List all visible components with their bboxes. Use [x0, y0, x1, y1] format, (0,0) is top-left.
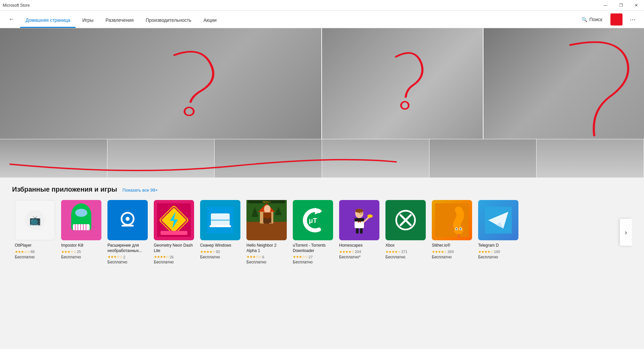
- avatar[interactable]: [610, 13, 623, 26]
- app-stars-xbox: ★★★★☆ 271: [385, 250, 426, 254]
- hero-panel-2[interactable]: [322, 28, 483, 139]
- app-card-raw[interactable]: Расширение для необработанных... ★★★☆☆ 2…: [105, 200, 151, 270]
- hero-bottom-panel-6[interactable]: [537, 139, 644, 178]
- app-card-utorrent[interactable]: μT uTorrent - Torrents Downloader ★★★☆☆ …: [290, 200, 336, 270]
- nav-games[interactable]: Игры: [77, 11, 99, 28]
- app-price-xbox: Бесплатно: [385, 255, 426, 259]
- app-price-utorrent: Бесплатно: [293, 260, 334, 264]
- svg-rect-37: [263, 218, 267, 223]
- hero-panel-3[interactable]: [483, 28, 644, 139]
- app-name-geometry: Geometry Neon Dash Lite: [154, 243, 195, 253]
- minimize-button[interactable]: —: [598, 0, 613, 11]
- svg-point-63: [454, 226, 463, 234]
- nav-productivity[interactable]: Производительность: [140, 11, 197, 28]
- hero-bottom-panel-2[interactable]: [107, 139, 215, 178]
- search-button[interactable]: 🔍 Поиск: [578, 15, 606, 24]
- nav-home[interactable]: Домашняя страница: [20, 11, 76, 28]
- back-button[interactable]: ←: [5, 13, 17, 26]
- app-price-raw: Бесплатно: [107, 260, 148, 264]
- search-icon: 🔍: [582, 17, 587, 22]
- svg-point-66: [456, 228, 457, 230]
- show-all-link[interactable]: Показать все 99+: [123, 188, 158, 193]
- close-button[interactable]: ✕: [629, 0, 644, 11]
- app-icon-raw: [107, 200, 148, 240]
- main-content: Избранные приложения и игры Показать все…: [0, 178, 644, 278]
- app-card-xbox[interactable]: Xbox ★★★★☆ 271 Бесплатно: [383, 200, 429, 270]
- hero-bottom-panel-5[interactable]: [429, 139, 537, 178]
- maximize-button[interactable]: ❐: [613, 0, 629, 11]
- hero-top: [0, 28, 644, 139]
- window-controls: — ❐ ✕: [598, 0, 644, 11]
- app-name-utorrent: uTorrent - Torrents Downloader: [293, 243, 334, 253]
- svg-point-67: [460, 228, 461, 230]
- app-stars-neighbor: ★★★☆☆ 6: [246, 255, 287, 259]
- app-stars-geometry: ★★★★☆ 26: [154, 255, 195, 259]
- app-icon-geometry: [154, 200, 194, 240]
- app-price-telegram: Бесплатно: [478, 255, 519, 259]
- apps-container: 📺 OttPlayer ★★★☆☆ 68 Бесплатно: [12, 200, 632, 270]
- nav-bar: ← Домашняя страница Игры Развлечения Про…: [0, 11, 644, 28]
- nav-deals[interactable]: Акции: [198, 11, 222, 28]
- svg-rect-23: [160, 231, 187, 235]
- app-card-slither[interactable]: Slither.io® ★★★★☆ 269 Бесплатно: [429, 200, 475, 270]
- nav-links: Домашняя страница Игры Развлечения Произ…: [20, 11, 578, 28]
- app-stars-homescapes: ★★★★☆ 204: [339, 250, 380, 254]
- svg-rect-55: [360, 228, 363, 234]
- app-stars-raw: ★★★☆☆ 2: [107, 255, 148, 259]
- app-price-impostor: Бесплатно: [61, 255, 102, 259]
- svg-point-8: [75, 209, 87, 217]
- app-stars-impostor: ★★★☆☆ 25: [61, 250, 102, 254]
- svg-point-0: [185, 107, 194, 115]
- svg-text:μT: μT: [309, 217, 317, 224]
- app-icon-telegram: [478, 200, 518, 240]
- nav-entertainment[interactable]: Развлечения: [100, 11, 139, 28]
- app-icon-utorrent: μT: [293, 200, 333, 240]
- app-stars-scanner: ★★★★☆ 92: [200, 250, 241, 254]
- hero-bottom: [0, 139, 644, 178]
- app-price-scanner: Бесплатно: [200, 255, 241, 259]
- app-price-geometry: Бесплатно: [154, 260, 195, 264]
- scroll-right-button[interactable]: ›: [620, 219, 632, 246]
- app-stars-slither: ★★★★☆ 269: [432, 250, 473, 254]
- app-card-homescapes[interactable]: Homescapes ★★★★☆ 204 Бесплатно*: [336, 200, 383, 270]
- app-stars-ottplayer: ★★★☆☆ 68: [15, 250, 56, 254]
- app-price-homescapes: Бесплатно*: [339, 255, 380, 259]
- app-stars-utorrent: ★★★☆☆ 27: [293, 255, 334, 259]
- app-card-telegram[interactable]: Telegram D ★★★★☆ 190 Бесплатно: [475, 200, 522, 270]
- app-card-impostor[interactable]: Impostor Kill ★★★☆☆ 25 Бесплатно: [58, 200, 105, 270]
- svg-text:📺: 📺: [29, 215, 41, 226]
- app-name-homescapes: Homescapes: [339, 243, 380, 248]
- svg-rect-49: [355, 218, 364, 221]
- app-name-ottplayer: OttPlayer: [15, 243, 56, 248]
- app-icon-xbox: [385, 200, 426, 240]
- hero-bottom-panel-4[interactable]: [322, 139, 429, 178]
- hero-panel-1[interactable]: [0, 28, 322, 139]
- app-card-scanner[interactable]: Сканер Windows ★★★★☆ 92 Бесплатно: [197, 200, 244, 270]
- app-card-geometry[interactable]: Geometry Neon Dash Lite ★★★★☆ 26 Бесплат…: [151, 200, 197, 270]
- app-icon-slither: [432, 200, 472, 240]
- svg-point-17: [126, 217, 130, 221]
- svg-rect-26: [211, 219, 230, 221]
- svg-point-53: [367, 214, 373, 218]
- svg-rect-38: [268, 218, 271, 223]
- app-name-raw: Расширение для необработанных...: [107, 243, 148, 253]
- svg-rect-18: [122, 225, 134, 227]
- app-icon-homescapes: [339, 200, 379, 240]
- app-name-telegram: Telegram D: [478, 243, 519, 248]
- app-icon-ottplayer: 📺: [15, 200, 55, 240]
- app-icon-neighbor: Hello Neighbor 2 Alpha 1: [246, 200, 287, 240]
- hero-bottom-panel-3[interactable]: [215, 139, 322, 178]
- app-card-neighbor[interactable]: Hello Neighbor 2 Alpha 1 Hello Neighbor …: [244, 200, 290, 270]
- svg-point-1: [401, 102, 409, 109]
- svg-rect-62: [435, 203, 469, 237]
- more-button[interactable]: ⋯: [627, 13, 639, 26]
- app-price-slither: Бесплатно: [432, 255, 473, 259]
- app-card-ottplayer[interactable]: 📺 OttPlayer ★★★☆☆ 68 Бесплатно: [12, 200, 58, 270]
- svg-rect-54: [356, 228, 359, 234]
- nav-right: 🔍 Поиск ⋯: [578, 13, 639, 26]
- hero-section: [0, 28, 644, 178]
- app-name-impostor: Impostor Kill: [61, 243, 102, 248]
- app-price-neighbor: Бесплатно: [246, 260, 287, 264]
- app-stars-telegram: ★★★★☆ 190: [478, 250, 519, 254]
- hero-bottom-panel-1[interactable]: [0, 139, 107, 178]
